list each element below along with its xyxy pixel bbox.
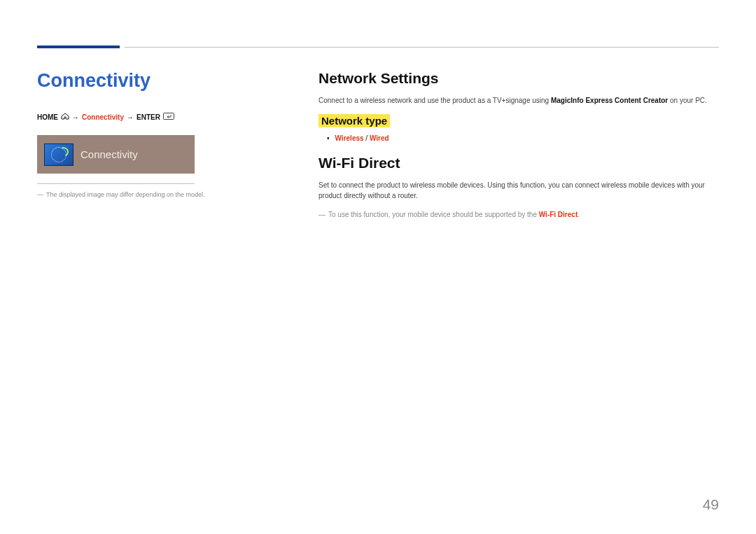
breadcrumb-enter: ENTER: [136, 113, 160, 121]
model-disclaimer: ― The displayed image may differ dependi…: [37, 191, 233, 198]
note-dash: ―: [318, 209, 326, 220]
option-wired: Wired: [370, 134, 389, 142]
ns-desc-post: on your PC.: [668, 97, 707, 104]
connectivity-tile-icon: [44, 143, 74, 166]
wifi-direct-heading: Wi-Fi Direct: [318, 155, 719, 171]
option-wireless: Wireless: [335, 134, 364, 142]
bullet-dot: •: [327, 134, 330, 142]
network-type-subheading: Network type: [318, 114, 390, 127]
network-type-options: •Wireless / Wired: [327, 134, 719, 142]
section-title: Connectivity: [37, 70, 233, 92]
breadcrumb-home: HOME: [37, 113, 58, 121]
connectivity-tile-label: Connectivity: [80, 148, 138, 160]
note-body: To use this function, your mobile device…: [328, 209, 580, 220]
connectivity-tile: Connectivity: [37, 135, 195, 174]
wifi-direct-note: ― To use this function, your mobile devi…: [318, 209, 719, 220]
ns-desc-pre: Connect to a wireless network and use th…: [318, 97, 551, 104]
enter-icon: [163, 113, 174, 121]
disclaimer-dash: ―: [37, 191, 43, 198]
right-column: Network Settings Connect to a wireless n…: [318, 70, 719, 220]
top-horizontal-rule: [125, 47, 719, 48]
section-accent-bar: [37, 45, 120, 48]
network-settings-desc: Connect to a wireless network and use th…: [318, 95, 719, 106]
option-slash: /: [364, 134, 370, 142]
breadcrumb-arrow-2: →: [127, 113, 134, 121]
home-icon: [61, 113, 69, 121]
network-settings-heading: Network Settings: [318, 70, 719, 87]
left-divider: [37, 183, 195, 184]
page-number: 49: [703, 496, 719, 513]
breadcrumb-arrow-1: →: [72, 113, 79, 121]
wifi-direct-desc: Set to connect the product to wireless m…: [318, 180, 719, 201]
ns-desc-bold: MagicInfo Express Content Creator: [551, 97, 668, 104]
breadcrumb: HOME → Connectivity → ENTER: [37, 113, 233, 121]
note-post: .: [578, 211, 580, 218]
breadcrumb-connectivity: Connectivity: [82, 113, 124, 121]
left-column: Connectivity HOME → Connectivity → ENTER…: [37, 70, 233, 198]
disclaimer-text: The displayed image may differ depending…: [46, 191, 204, 198]
note-bold: Wi-Fi Direct: [539, 211, 578, 218]
note-pre: To use this function, your mobile device…: [328, 211, 539, 218]
